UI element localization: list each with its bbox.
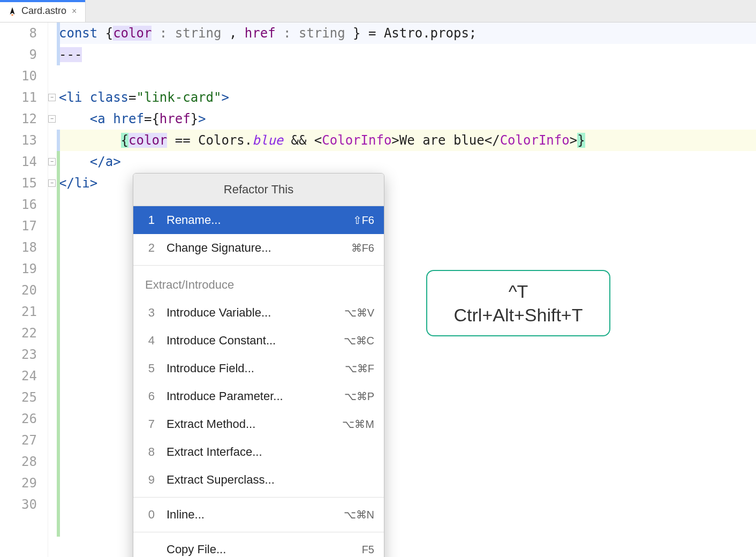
tabbar: Card.astro × — [0, 0, 756, 22]
line-number: 18 — [0, 237, 37, 258]
menu-introduce-variable[interactable]: 3 Introduce Variable... ⌥⌘V — [133, 299, 384, 327]
popup-section-header: Extract/Introduce — [133, 269, 384, 299]
code-line[interactable]: const {color : string , href : string } … — [58, 22, 756, 44]
separator — [133, 265, 384, 266]
shortcut-mac: ^T — [438, 281, 599, 302]
tab-card-astro[interactable]: Card.astro × — [0, 0, 86, 22]
line-number: 9 — [0, 44, 37, 65]
separator — [133, 497, 384, 498]
line-number: 13 — [0, 130, 37, 151]
fold-icon[interactable]: − — [48, 179, 56, 187]
line-number: 8 — [0, 22, 37, 44]
menu-inline[interactable]: 0 Inline... ⌥⌘N — [133, 501, 384, 529]
line-number: 11 — [0, 87, 37, 108]
code-line[interactable]: <li class="link-card"> — [58, 87, 756, 108]
line-number: 25 — [0, 387, 37, 408]
gutter: 8 9 10 11 12 13 14 15 16 17 18 19 20 21 … — [0, 22, 48, 557]
menu-extract-interface[interactable]: 8 Extract Interface... — [133, 438, 384, 466]
code-line-active[interactable]: {color == Colors.blue && <ColorInfo>We a… — [58, 130, 756, 151]
code-line[interactable]: <a href={href}> — [58, 108, 756, 130]
fold-icon[interactable]: − — [48, 115, 56, 123]
editor[interactable]: 8 9 10 11 12 13 14 15 16 17 18 19 20 21 … — [0, 22, 756, 557]
line-number: 23 — [0, 344, 37, 365]
menu-introduce-field[interactable]: 5 Introduce Field... ⌥⌘F — [133, 355, 384, 382]
refactor-popup: Refactor This 1 Rename... ⇧F6 2 Change S… — [133, 173, 384, 557]
menu-introduce-constant[interactable]: 4 Introduce Constant... ⌥⌘C — [133, 327, 384, 355]
separator — [133, 532, 384, 532]
line-number: 17 — [0, 215, 37, 237]
menu-introduce-parameter[interactable]: 6 Introduce Parameter... ⌥⌘P — [133, 382, 384, 410]
line-number: 12 — [0, 108, 37, 130]
astro-icon — [7, 6, 17, 16]
line-number: 16 — [0, 194, 37, 215]
line-number: 29 — [0, 472, 37, 494]
line-number: 24 — [0, 365, 37, 387]
shortcut-hint: ^T Ctrl+Alt+Shift+T — [426, 270, 610, 336]
menu-rename[interactable]: 1 Rename... ⇧F6 — [133, 206, 384, 234]
menu-extract-superclass[interactable]: 9 Extract Superclass... — [133, 466, 384, 494]
fold-icon[interactable]: − — [48, 94, 56, 101]
line-number: 19 — [0, 258, 37, 280]
line-number: 15 — [0, 172, 37, 194]
shortcut-win: Ctrl+Alt+Shift+T — [438, 304, 599, 326]
code-line[interactable] — [58, 65, 756, 87]
line-number: 28 — [0, 451, 37, 472]
menu-extract-method[interactable]: 7 Extract Method... ⌥⌘M — [133, 410, 384, 438]
menu-change-signature[interactable]: 2 Change Signature... ⌘F6 — [133, 234, 384, 262]
line-number: 20 — [0, 280, 37, 301]
fold-icon[interactable]: − — [48, 158, 56, 165]
tab-filename: Card.astro — [21, 5, 66, 17]
line-number: 27 — [0, 430, 37, 451]
line-number: 21 — [0, 301, 37, 322]
menu-copy-file[interactable]: Copy File... F5 — [133, 536, 384, 557]
line-number: 14 — [0, 151, 37, 172]
code-line[interactable]: </a> — [58, 151, 756, 172]
line-number: 26 — [0, 408, 37, 430]
line-number: 30 — [0, 494, 37, 515]
line-number: 10 — [0, 65, 37, 87]
line-number: 22 — [0, 322, 37, 344]
close-icon[interactable]: × — [71, 6, 78, 16]
code-line[interactable]: --- — [58, 44, 756, 65]
popup-title: Refactor This — [133, 174, 384, 206]
